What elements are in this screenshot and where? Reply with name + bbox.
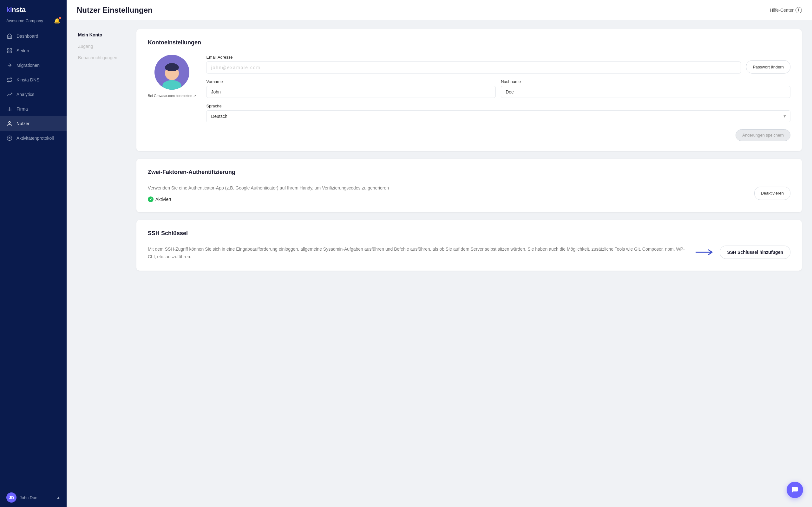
sidebar-item-firma[interactable]: Firma: [0, 102, 67, 116]
email-row: Email Adresse Passwort ändern: [206, 55, 791, 73]
svg-rect-2: [10, 51, 12, 53]
form-col: Email Adresse Passwort ändern Vorname: [206, 55, 791, 141]
home-icon: [6, 33, 13, 39]
sidebar-label-seiten: Seiten: [16, 48, 29, 53]
sidebar-item-seiten[interactable]: Seiten: [0, 43, 67, 58]
top-bar: Nutzer Einstellungen Hilfe-Center i: [67, 0, 812, 20]
aktivitaeten-icon: [6, 135, 13, 141]
email-group: Email Adresse: [206, 55, 741, 73]
content-area: Mein Konto Zugang Benachrichtigungen Kon…: [67, 20, 812, 507]
nachname-group: Nachname: [501, 79, 791, 98]
help-center-label: Hilfe-Center: [770, 8, 794, 13]
dns-icon: [6, 77, 13, 83]
sidebar: kinsta Awesome Company 🔔 Dashboard Seite…: [0, 0, 67, 507]
footer-username: John Doe: [20, 495, 53, 500]
sidebar-label-firma: Firma: [16, 107, 28, 112]
sidebar-footer[interactable]: JD John Doe ▲: [0, 488, 67, 507]
sidebar-label-nutzer: Nutzer: [16, 121, 30, 126]
avatar-col: Bei Gravatar.com bearbeiten ↗: [148, 55, 196, 141]
konto-title: Kontoeinstellungen: [148, 39, 791, 46]
ssh-layout: Mit dem SSH-Zugriff können Sie sich in e…: [148, 245, 791, 261]
status-active-dot: [148, 196, 154, 202]
user-avatar: JD: [6, 493, 16, 503]
svg-rect-3: [7, 51, 9, 53]
sidebar-label-dashboard: Dashboard: [16, 34, 38, 39]
chat-bubble-button[interactable]: [786, 482, 803, 498]
sidebar-header: kinsta: [0, 0, 67, 17]
status-label: Aktiviert: [155, 197, 171, 202]
chevron-up-icon: ▲: [56, 495, 60, 500]
ssh-action: SSH Schlüssel hinzufügen: [696, 245, 791, 259]
sidebar-item-dashboard[interactable]: Dashboard: [0, 29, 67, 43]
sidebar-label-analytics: Analytics: [16, 92, 34, 97]
help-center-link[interactable]: Hilfe-Center i: [770, 7, 802, 13]
twofa-description: Verwenden Sie eine Authenticator-App (z.…: [148, 184, 744, 191]
change-password-button[interactable]: Passwort ändern: [746, 60, 791, 73]
company-name: Awesome Company: [6, 18, 43, 23]
svg-point-8: [9, 121, 10, 123]
nachname-input[interactable]: [501, 86, 791, 98]
cards-area: Kontoeinstellungen: [136, 29, 802, 498]
sidebar-item-analytics[interactable]: Analytics: [0, 87, 67, 102]
help-circle-icon: i: [796, 7, 802, 13]
vorname-label: Vorname: [206, 79, 496, 84]
svg-point-11: [162, 80, 182, 90]
sidebar-label-aktivitaeten: Aktivitätenprotokoll: [16, 135, 54, 141]
vorname-group: Vorname: [206, 79, 496, 98]
sprache-group: Sprache Deutsch English Français Español…: [206, 104, 791, 122]
status-badge: Aktiviert: [148, 196, 171, 202]
name-row: Vorname Nachname: [206, 79, 791, 98]
svg-rect-1: [10, 49, 12, 50]
save-changes-button[interactable]: Änderungen speichern: [735, 129, 791, 141]
twofa-text: Verwenden Sie eine Authenticator-App (z.…: [148, 184, 744, 202]
add-ssh-key-button[interactable]: SSH Schlüssel hinzufügen: [720, 245, 791, 259]
svg-point-10: [9, 137, 10, 139]
ssh-card: SSH Schlüssel Mit dem SSH-Zugriff können…: [136, 220, 802, 271]
grid-icon: [6, 48, 13, 54]
analytics-icon: [6, 91, 13, 98]
nutzer-icon: [6, 120, 13, 127]
email-label: Email Adresse: [206, 55, 741, 60]
user-avatar-image: [154, 55, 189, 90]
external-link-icon: ↗: [193, 94, 196, 98]
sidebar-nav: Dashboard Seiten Migrationen Kinsta DNS …: [0, 29, 67, 488]
kinsta-logo: kinsta: [6, 6, 26, 14]
gravatar-link[interactable]: Bei Gravatar.com bearbeiten ↗: [148, 94, 196, 98]
main-content: Nutzer Einstellungen Hilfe-Center i Mein…: [67, 0, 812, 507]
page-title: Nutzer Einstellungen: [77, 6, 153, 14]
deactivate-button[interactable]: Deaktivieren: [754, 187, 791, 200]
nachname-label: Nachname: [501, 79, 791, 84]
sidebar-label-dns: Kinsta DNS: [16, 77, 39, 82]
email-input[interactable]: [206, 61, 741, 73]
sidebar-item-kinsta-dns[interactable]: Kinsta DNS: [0, 72, 67, 87]
sidebar-item-migrationen[interactable]: Migrationen: [0, 58, 67, 72]
left-tabs: Mein Konto Zugang Benachrichtigungen: [77, 29, 128, 498]
tab-mein-konto[interactable]: Mein Konto: [77, 29, 128, 41]
sidebar-item-nutzer[interactable]: Nutzer: [0, 116, 67, 131]
twofa-card: Zwei-Faktoren-Authentifizierung Verwende…: [136, 159, 802, 212]
company-row: Awesome Company 🔔: [0, 17, 67, 29]
ssh-text: Mit dem SSH-Zugriff können Sie sich in e…: [148, 245, 686, 261]
arrow-right-icon: [696, 248, 715, 256]
tab-zugang: Zugang: [77, 41, 128, 52]
migration-icon: [6, 62, 13, 68]
ssh-title: SSH Schlüssel: [148, 230, 791, 237]
svg-point-14: [166, 63, 177, 69]
konto-layout: Bei Gravatar.com bearbeiten ↗ Email Adre…: [148, 55, 791, 141]
twofa-title: Zwei-Faktoren-Authentifizierung: [148, 169, 791, 176]
firma-icon: [6, 106, 13, 112]
ssh-description: Mit dem SSH-Zugriff können Sie sich in e…: [148, 245, 686, 261]
vorname-input[interactable]: [206, 86, 496, 98]
notification-bell[interactable]: 🔔: [54, 18, 60, 24]
svg-point-9: [7, 136, 12, 141]
konto-card: Kontoeinstellungen: [136, 29, 802, 151]
sprache-select[interactable]: Deutsch English Français Español: [206, 110, 791, 122]
sidebar-label-migrationen: Migrationen: [16, 63, 40, 68]
gravatar-text: Bei Gravatar.com bearbeiten: [148, 94, 192, 98]
twofa-layout: Verwenden Sie eine Authenticator-App (z.…: [148, 184, 791, 202]
sprache-select-wrapper: Deutsch English Français Español ▼: [206, 110, 791, 122]
svg-rect-0: [7, 49, 9, 50]
notification-badge: [59, 17, 61, 19]
sidebar-item-aktivitaeten[interactable]: Aktivitätenprotokoll: [0, 131, 67, 146]
tab-benachrichtigungen: Benachrichtigungen: [77, 52, 128, 63]
